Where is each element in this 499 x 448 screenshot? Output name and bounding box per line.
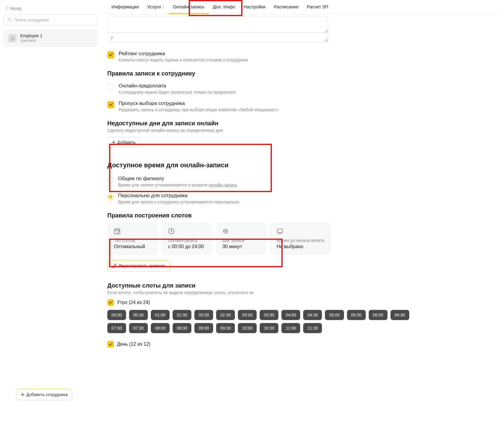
available-time-title: Доступное время для онлайн-записи (107, 161, 423, 169)
prepay-label: Онлайн-предоплата (119, 83, 236, 89)
description-textarea[interactable] (107, 16, 328, 33)
time-chip[interactable]: 09:00 (194, 323, 213, 333)
day-label: День (12 из 12) (117, 342, 151, 347)
employee-role: specialist (20, 38, 42, 43)
time-chip[interactable]: 08:00 (151, 323, 170, 333)
tab-additional[interactable]: Доп. Инфо (209, 0, 239, 14)
day-checkbox[interactable] (107, 341, 114, 347)
time-chip[interactable]: 00:00 (107, 310, 126, 320)
radio-personal-label: Персонально для сотрудника (118, 193, 239, 199)
plus-icon (112, 140, 115, 144)
search-input[interactable] (14, 18, 94, 22)
time-chip[interactable]: 01:00 (151, 310, 170, 320)
time-chip[interactable]: 04:30 (303, 310, 322, 320)
p-textarea[interactable] (107, 33, 328, 42)
unavailable-title: Недоступные дни для записи онлайн (107, 120, 423, 127)
time-chip[interactable]: 03:30 (260, 310, 278, 320)
back-label: Назад (10, 6, 21, 11)
check-icon (109, 103, 113, 106)
time-chip[interactable]: 10:30 (260, 323, 278, 333)
time-chip[interactable]: 07:00 (107, 323, 126, 333)
tab-info[interactable]: Информация (107, 0, 143, 14)
card-before-visit: Время до начала визита Не выбрано (270, 223, 331, 255)
time-chip[interactable]: 03:00 (238, 310, 257, 320)
rating-desc: Клиенты смогут видеть оценки и количеств… (119, 58, 248, 62)
edit-rules-label: Редактировать правила (119, 263, 165, 268)
time-chip[interactable]: 06:00 (369, 310, 388, 320)
check-icon (109, 53, 113, 56)
tab-settings[interactable]: Настройки (239, 0, 270, 14)
svg-rect-5 (277, 229, 283, 233)
time-chip[interactable]: 10:00 (238, 323, 257, 333)
check-icon (109, 301, 112, 304)
online-booking-link[interactable]: онлайн-запись (209, 183, 237, 187)
radio-general-desc: Время для записи устанавливается в разде… (118, 183, 237, 187)
prepay-checkbox[interactable] (107, 84, 114, 91)
rating-label: Рейтинг сотрудника (119, 51, 248, 57)
tab-salary[interactable]: Расчет ЗП (303, 0, 332, 14)
avatar (8, 34, 17, 42)
morning-time-grid: 00:00 00:30 01:00 01:30 02:00 02:30 03:0… (107, 310, 423, 333)
prepay-desc: К сотруднику можно будет записаться толь… (119, 90, 236, 95)
time-chip[interactable]: 05:30 (347, 310, 366, 320)
history-icon (222, 228, 229, 234)
morning-checkbox[interactable] (107, 299, 114, 306)
card-step: Шаг записи 30 минут (216, 223, 266, 255)
radio-personal-desc: Время для записи к сотруднику устанавлив… (118, 200, 239, 204)
time-chip[interactable]: 11:30 (303, 323, 322, 333)
add-employee-button[interactable]: Добавить сотрудника (16, 389, 72, 400)
edit-rules-button[interactable]: Редактировать правила (107, 260, 170, 271)
time-chip[interactable]: 00:30 (129, 310, 148, 320)
calendar-icon (114, 228, 120, 234)
card-slot-type: Тип слотов Оптимальный (107, 223, 158, 255)
tab-online-booking[interactable]: Онлайн-запись (169, 0, 209, 14)
plus-icon (21, 393, 24, 396)
radio-general-label: Общее по филиалу (118, 176, 237, 182)
tab-services[interactable]: Услуги1 (143, 0, 169, 14)
rating-checkbox[interactable] (107, 51, 114, 58)
rules-title: Правила записи к сотруднику (107, 70, 423, 77)
tabs: Информация Услуги1 Онлайн-запись Доп. Ин… (101, 0, 499, 14)
avail-slots-title: Доступные слоты для записи (107, 282, 423, 289)
unavailable-sub: Сделать недоступной онлайн-запись на опр… (107, 128, 423, 133)
time-chip[interactable]: 02:00 (194, 310, 213, 320)
time-chip[interactable]: 05:00 (325, 310, 344, 320)
time-chip[interactable]: 01:30 (173, 310, 191, 320)
skip-label: Пропуск выбора сотрудника (119, 101, 279, 106)
add-employee-label: Добавить сотрудника (26, 392, 68, 397)
add-label: Добавить (117, 140, 136, 145)
morning-label: Утро (24 из 24) (117, 300, 150, 305)
check-icon (109, 343, 112, 346)
search-box[interactable] (4, 14, 98, 26)
time-chip[interactable]: 07:30 (129, 323, 148, 333)
time-chip[interactable]: 04:00 (281, 310, 300, 320)
tab-schedule[interactable]: Расписание (270, 0, 303, 14)
svg-point-1 (12, 36, 13, 38)
avail-slots-sub: Если хотите, чтобы клиенты не видели опр… (107, 290, 423, 295)
card-online-range: Онлайн-запись с 00:00 до 24:00 (162, 223, 212, 255)
time-chip[interactable]: 11:00 (281, 323, 300, 333)
skip-checkbox[interactable] (107, 101, 114, 108)
add-unavailable-button[interactable]: Добавить (107, 137, 140, 148)
pencil-icon (112, 264, 117, 268)
time-chip[interactable]: 09:30 (216, 323, 235, 333)
screen-icon (277, 228, 283, 234)
radio-personal[interactable] (107, 194, 114, 200)
skip-desc: Разрешить запись к сотруднику, при выбор… (119, 107, 279, 112)
back-link[interactable]: Назад (4, 6, 98, 11)
search-icon (7, 18, 12, 22)
time-chip[interactable]: 08:30 (173, 323, 191, 333)
chevron-left-icon (5, 7, 8, 10)
time-chip[interactable]: 02:30 (216, 310, 235, 320)
employee-name: Employee 1 (20, 33, 42, 38)
slot-rules-title: Правила построения слотов (107, 212, 423, 219)
svg-point-3 (118, 232, 120, 234)
person-icon (10, 36, 15, 41)
radio-general[interactable] (107, 177, 114, 183)
employee-card[interactable]: Employee 1 specialist (4, 29, 98, 47)
clock-icon (168, 228, 175, 234)
time-chip[interactable]: 06:30 (390, 310, 409, 320)
